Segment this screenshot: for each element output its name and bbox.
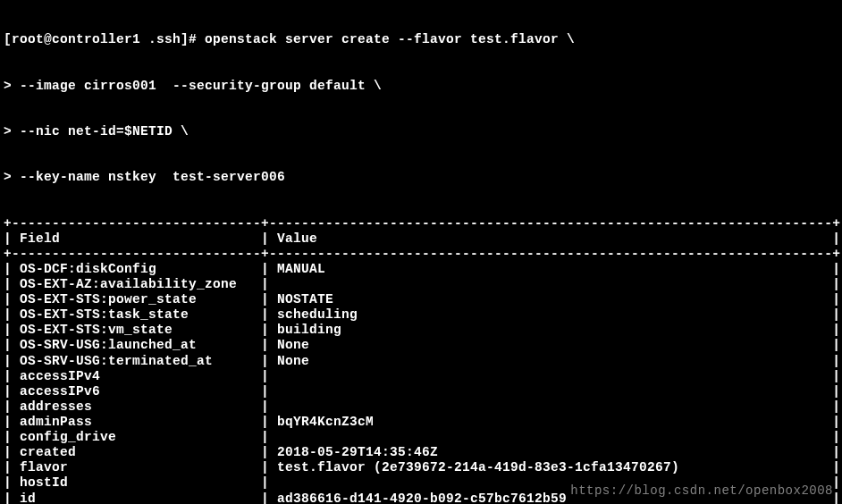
terminal-output: [root@controller1 .ssh]# openstack serve… — [4, 2, 838, 504]
table-row: | accessIPv6 | | — [4, 384, 838, 399]
table-row: | config_drive | | — [4, 430, 838, 445]
table-row: | created | 2018-05-29T14:35:46Z | — [4, 445, 838, 460]
table-row: | accessIPv4 | | — [4, 369, 838, 384]
command-line-2: > --image cirros001 --security-group def… — [4, 79, 838, 94]
output-table: +-------------------------------+-------… — [4, 216, 838, 504]
table-row: | Field | Value | — [4, 231, 838, 247]
table-row: | addresses | | — [4, 399, 838, 415]
table-row: | OS-EXT-AZ:availability_zone | | — [4, 277, 838, 292]
command-line-1: [root@controller1 .ssh]# openstack serve… — [4, 32, 838, 47]
watermark-text: https://blog.csdn.net/openbox2008 — [570, 483, 833, 499]
command-line-3: > --nic net-id=$NETID \ — [4, 124, 838, 139]
command-line-4: > --key-name nstkey test-server006 — [4, 170, 838, 185]
table-row: +-------------------------------+-------… — [4, 216, 838, 231]
table-row: | OS-DCF:diskConfig | MANUAL | — [4, 262, 838, 277]
table-row: | adminPass | bqYR4KcnZ3cM | — [4, 415, 838, 430]
table-row: | OS-EXT-STS:vm_state | building | — [4, 323, 838, 338]
table-row: | OS-EXT-STS:power_state | NOSTATE | — [4, 292, 838, 307]
table-row: +-------------------------------+-------… — [4, 247, 838, 262]
table-row: | OS-SRV-USG:terminated_at | None | — [4, 354, 838, 369]
table-row: | OS-EXT-STS:task_state | scheduling | — [4, 307, 838, 323]
table-row: | flavor | test.flavor (2e739672-214a-41… — [4, 460, 838, 475]
table-row: | OS-SRV-USG:launched_at | None | — [4, 338, 838, 353]
